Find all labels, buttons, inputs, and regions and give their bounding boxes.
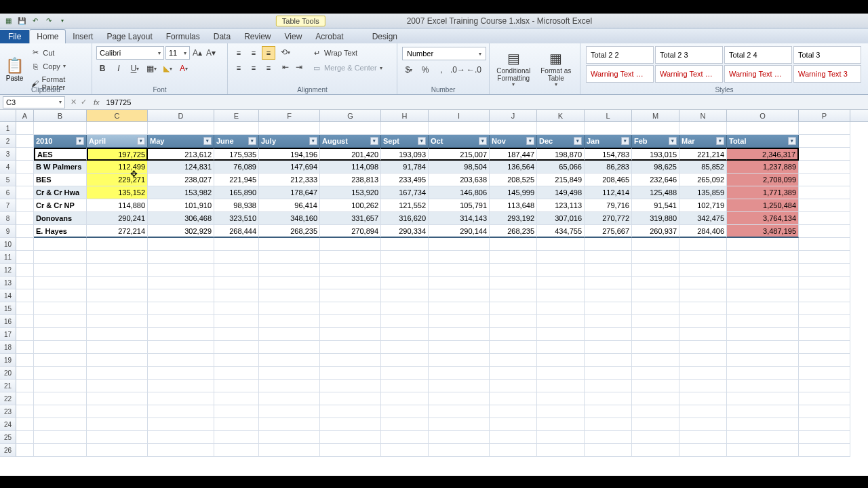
row-header-7[interactable]: 7: [0, 199, 16, 212]
table-header-Nov[interactable]: Nov▾: [490, 135, 537, 148]
col-header-F[interactable]: F: [259, 110, 320, 121]
cell-A9[interactable]: [16, 225, 34, 238]
cell-I20[interactable]: [429, 367, 490, 380]
cell-K18[interactable]: [537, 341, 585, 354]
cell-B17[interactable]: [34, 328, 87, 341]
cell-F8[interactable]: 348,160: [259, 212, 320, 225]
cell-O14[interactable]: [727, 289, 799, 302]
name-box[interactable]: C3▾: [3, 96, 65, 108]
cell-F12[interactable]: [259, 264, 320, 277]
cell-C22[interactable]: [87, 392, 148, 405]
cell-L4[interactable]: 86,283: [585, 161, 632, 174]
cell-O24[interactable]: [727, 418, 799, 431]
cell-M20[interactable]: [632, 367, 679, 380]
cell-J22[interactable]: [490, 392, 537, 405]
cell-B3[interactable]: AES: [34, 148, 87, 161]
cell-P10[interactable]: [799, 238, 850, 251]
cell-K21[interactable]: [537, 380, 585, 392]
format-as-table-button[interactable]: ▦Format as Table▾: [535, 45, 578, 94]
cell-D10[interactable]: [148, 238, 214, 251]
cell-L3[interactable]: 154,783: [585, 148, 632, 161]
cell-I18[interactable]: [429, 341, 490, 354]
cell-I1[interactable]: [429, 122, 490, 135]
row-header-18[interactable]: 18: [0, 341, 16, 354]
cell-C13[interactable]: [87, 277, 148, 289]
cell-L16[interactable]: [585, 315, 632, 328]
cell-M11[interactable]: [632, 251, 679, 264]
cell-E23[interactable]: [214, 405, 259, 418]
cell-H26[interactable]: [381, 444, 429, 457]
cell-P3[interactable]: [799, 148, 850, 161]
cell-C17[interactable]: [87, 328, 148, 341]
style-warn1[interactable]: Warning Text …: [586, 65, 654, 83]
cell-L9[interactable]: 275,667: [585, 225, 632, 238]
style-total23[interactable]: Total 2 3: [655, 46, 723, 64]
cell-F6[interactable]: 178,647: [259, 186, 320, 199]
table-header-April[interactable]: April▾: [87, 135, 148, 148]
cell-B11[interactable]: [34, 251, 87, 264]
row-header-11[interactable]: 11: [0, 251, 16, 264]
cell-N14[interactable]: [679, 289, 727, 302]
cell-P18[interactable]: [799, 341, 850, 354]
cell-B9[interactable]: E. Hayes: [34, 225, 87, 238]
cell-H14[interactable]: [381, 289, 429, 302]
cell-G19[interactable]: [320, 354, 381, 367]
cell-J1[interactable]: [490, 122, 537, 135]
cell-G22[interactable]: [320, 392, 381, 405]
cell-O12[interactable]: [727, 264, 799, 277]
cell-G17[interactable]: [320, 328, 381, 341]
col-header-G[interactable]: G: [320, 110, 381, 121]
cell-E4[interactable]: 76,089: [214, 161, 259, 174]
cell-E26[interactable]: [214, 444, 259, 457]
cell-H13[interactable]: [381, 277, 429, 289]
cell-N18[interactable]: [679, 341, 727, 354]
save-icon[interactable]: 💾: [16, 16, 27, 26]
cell-N21[interactable]: [679, 380, 727, 392]
cell-A15[interactable]: [16, 302, 34, 315]
cell-J17[interactable]: [490, 328, 537, 341]
bold-button[interactable]: B: [96, 62, 108, 75]
cell-B8[interactable]: Donovans: [34, 212, 87, 225]
cell-E8[interactable]: 323,510: [214, 212, 259, 225]
cell-K20[interactable]: [537, 367, 585, 380]
cell-A18[interactable]: [16, 341, 34, 354]
cell-F13[interactable]: [259, 277, 320, 289]
cell-J6[interactable]: 145,999: [490, 186, 537, 199]
filter-dropdown-icon[interactable]: ▾: [203, 137, 212, 145]
cell-K19[interactable]: [537, 354, 585, 367]
cell-E25[interactable]: [214, 431, 259, 444]
cell-K17[interactable]: [537, 328, 585, 341]
cell-E15[interactable]: [214, 302, 259, 315]
cell-C16[interactable]: [87, 315, 148, 328]
cell-C15[interactable]: [87, 302, 148, 315]
col-header-K[interactable]: K: [537, 110, 585, 121]
cell-N16[interactable]: [679, 315, 727, 328]
cell-G9[interactable]: 270,894: [320, 225, 381, 238]
cell-O5[interactable]: 2,708,099: [727, 174, 799, 186]
cell-O18[interactable]: [727, 341, 799, 354]
cell-A4[interactable]: [16, 161, 34, 174]
row-header-3[interactable]: 3: [0, 148, 16, 161]
cell-N20[interactable]: [679, 367, 727, 380]
fill-color-button[interactable]: ◣▾: [161, 62, 174, 75]
cell-J24[interactable]: [490, 418, 537, 431]
cell-D16[interactable]: [148, 315, 214, 328]
cell-N26[interactable]: [679, 444, 727, 457]
cell-K7[interactable]: 123,113: [537, 199, 585, 212]
cell-I19[interactable]: [429, 354, 490, 367]
cell-L14[interactable]: [585, 289, 632, 302]
cell-J10[interactable]: [490, 238, 537, 251]
row-header-12[interactable]: 12: [0, 264, 16, 277]
col-header-O[interactable]: O: [727, 110, 799, 121]
cell-E11[interactable]: [214, 251, 259, 264]
cell-H7[interactable]: 121,552: [381, 199, 429, 212]
cell-G12[interactable]: [320, 264, 381, 277]
cell-F7[interactable]: 96,414: [259, 199, 320, 212]
cell-M1[interactable]: [632, 122, 679, 135]
cell-D1[interactable]: [148, 122, 214, 135]
cell-L22[interactable]: [585, 392, 632, 405]
cell-F9[interactable]: 268,235: [259, 225, 320, 238]
cell-J14[interactable]: [490, 289, 537, 302]
cell-O3[interactable]: 2,346,317: [727, 148, 799, 161]
cell-P16[interactable]: [799, 315, 850, 328]
